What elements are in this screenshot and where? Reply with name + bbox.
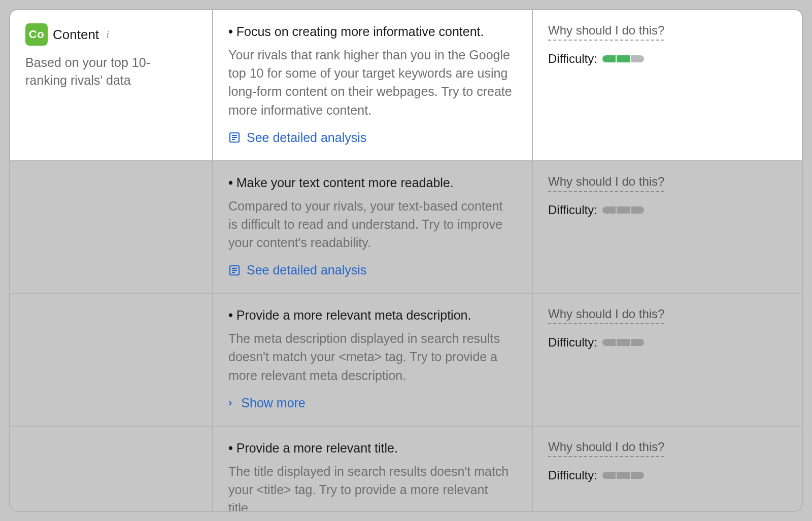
section-subtitle: Based on your top 10-ranking rivals' dat… <box>25 54 178 89</box>
show-more-link[interactable]: › Show more <box>228 396 517 410</box>
recommendation-cell: Provide a more relevant title. The title… <box>213 427 533 512</box>
section-title: Content <box>53 27 99 43</box>
empty-cell <box>10 294 213 427</box>
meta-cell: Why should I do this? Difficulty: <box>533 10 802 161</box>
difficulty-row: Difficulty: <box>548 203 787 217</box>
difficulty-meter <box>602 206 644 214</box>
recommendation-title: Provide a more relevant title. <box>228 440 517 457</box>
action-link-label: See detailed analysis <box>247 263 366 277</box>
difficulty-meter <box>602 472 644 479</box>
difficulty-segment <box>602 55 616 62</box>
difficulty-row: Difficulty: <box>548 335 787 350</box>
difficulty-row: Difficulty: <box>548 468 787 482</box>
meta-cell: Why should I do this? Difficulty: <box>533 161 802 294</box>
empty-cell <box>10 161 213 294</box>
info-icon[interactable]: i <box>106 29 109 40</box>
difficulty-label: Difficulty: <box>548 335 597 350</box>
document-icon <box>228 264 241 276</box>
recommendation-cell: Focus on creating more informative conte… <box>213 10 533 161</box>
recommendation-title: Make your text content more readable. <box>228 175 517 192</box>
section-header: Co Content i <box>25 23 197 46</box>
recommendation-cell: Provide a more relevant meta description… <box>213 294 533 427</box>
difficulty-label: Difficulty: <box>548 52 597 66</box>
app-root: Co Content i Based on your top 10-rankin… <box>0 0 812 521</box>
difficulty-segment <box>631 472 644 479</box>
see-detailed-analysis-link[interactable]: See detailed analysis <box>228 263 517 277</box>
content-panel: Co Content i Based on your top 10-rankin… <box>9 9 803 512</box>
empty-cell <box>10 427 213 512</box>
difficulty-segment <box>602 472 616 479</box>
difficulty-meter <box>602 55 644 62</box>
recommendation-title: Provide a more relevant meta description… <box>228 307 517 324</box>
difficulty-segment <box>631 206 644 214</box>
action-link-label: Show more <box>241 396 305 410</box>
recommendation-cell: Make your text content more readable. Co… <box>213 161 533 294</box>
difficulty-segment <box>617 472 630 479</box>
difficulty-segment <box>602 339 616 346</box>
difficulty-segment <box>617 55 630 62</box>
meta-cell: Why should I do this? Difficulty: <box>533 294 802 427</box>
difficulty-segment <box>602 206 616 214</box>
section-header-cell: Co Content i Based on your top 10-rankin… <box>10 10 213 161</box>
recommendation-description: Your rivals that rank higher than you in… <box>228 46 513 119</box>
difficulty-segment <box>631 55 644 62</box>
section-badge-icon: Co <box>25 23 48 46</box>
action-link-label: See detailed analysis <box>247 130 366 145</box>
difficulty-segment <box>617 206 630 214</box>
why-should-i-link[interactable]: Why should I do this? <box>548 175 664 192</box>
document-icon <box>228 131 241 144</box>
why-should-i-link[interactable]: Why should I do this? <box>548 307 664 324</box>
difficulty-segment <box>617 339 630 346</box>
difficulty-label: Difficulty: <box>548 468 597 482</box>
see-detailed-analysis-link[interactable]: See detailed analysis <box>228 130 517 145</box>
difficulty-meter <box>602 339 644 346</box>
difficulty-label: Difficulty: <box>548 203 597 217</box>
meta-cell: Why should I do this? Difficulty: <box>533 427 802 512</box>
difficulty-segment <box>631 339 644 346</box>
recommendation-title: Focus on creating more informative conte… <box>228 23 517 41</box>
chevron-right-icon: › <box>228 397 232 408</box>
difficulty-row: Difficulty: <box>548 52 787 66</box>
recommendation-description: The meta description displayed in search… <box>228 329 513 385</box>
recommendation-description: Compared to your rivals, your text-based… <box>228 197 513 252</box>
why-should-i-link[interactable]: Why should I do this? <box>548 440 664 457</box>
why-should-i-link[interactable]: Why should I do this? <box>548 23 664 41</box>
recommendation-description: The title displayed in search results do… <box>228 462 513 512</box>
